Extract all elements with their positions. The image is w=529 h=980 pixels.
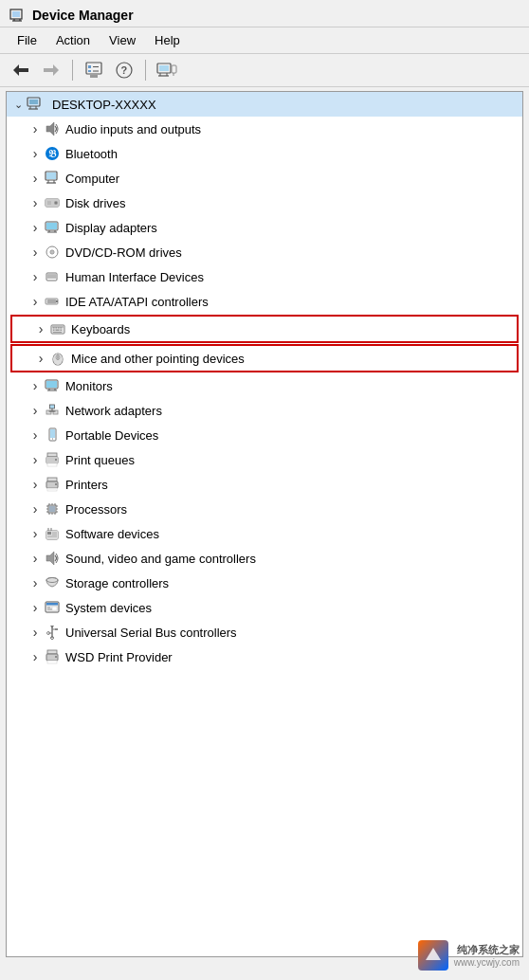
svg-marker-145	[426, 948, 441, 960]
tree-item-keyboards-wrapper: Keyboards	[10, 315, 519, 343]
keyboards-expand[interactable]	[33, 321, 48, 336]
tree-item-display[interactable]: Display adapters	[7, 215, 522, 240]
tree-item-wsd[interactable]: WSD Print Provider	[7, 644, 522, 669]
svg-rect-8	[44, 68, 54, 72]
tree-view[interactable]: DESKTOP-XXXXX Audio inputs and outputs 𝔅…	[6, 91, 523, 957]
svg-rect-143	[47, 661, 57, 663]
ide-expand[interactable]	[27, 294, 43, 309]
svg-rect-91	[50, 429, 55, 438]
root-expand-arrow[interactable]	[10, 97, 26, 112]
computer-label: Computer	[65, 172, 522, 186]
bluetooth-expand[interactable]	[27, 146, 43, 161]
forward-button[interactable]	[38, 58, 64, 82]
dvd-expand[interactable]	[27, 245, 43, 260]
display-icon	[156, 63, 177, 78]
svg-rect-33	[46, 172, 56, 179]
processors-expand[interactable]	[27, 501, 43, 517]
software-label: Software devices	[65, 527, 522, 541]
svg-rect-68	[61, 327, 63, 329]
svg-point-78	[57, 356, 59, 358]
svg-rect-80	[46, 381, 57, 388]
tree-item-dvd[interactable]: DVD/CD-ROM drives	[7, 240, 522, 264]
svg-rect-86	[50, 405, 55, 408]
tree-item-system[interactable]: System devices	[7, 595, 522, 620]
wsd-expand[interactable]	[27, 649, 43, 664]
tree-item-bluetooth[interactable]: 𝔅 Bluetooth	[7, 141, 522, 166]
disk-label: Disk drives	[65, 196, 522, 210]
tree-item-printq[interactable]: Print queues	[7, 447, 522, 472]
tree-item-sound[interactable]: Sound, video and game controllers	[7, 546, 522, 571]
menu-action[interactable]: Action	[46, 29, 100, 51]
tree-item-hid[interactable]: Human Interface Devices	[7, 264, 522, 289]
device-manager-icon	[9, 8, 25, 23]
svg-rect-96	[47, 463, 57, 466]
storage-label: Storage controllers	[65, 576, 522, 590]
monitors-label: Monitors	[65, 379, 522, 393]
system-label: System devices	[65, 601, 522, 615]
bluetooth-label: Bluetooth	[65, 147, 522, 161]
menu-help[interactable]: Help	[145, 29, 190, 51]
processors-label: Processors	[65, 502, 522, 517]
tree-item-network[interactable]: Network adapters	[7, 398, 522, 423]
svg-rect-141	[47, 650, 57, 654]
svg-point-101	[55, 483, 57, 485]
tree-root[interactable]: DESKTOP-XXXXX	[7, 92, 522, 117]
printq-expand[interactable]	[27, 452, 43, 467]
tree-item-audio[interactable]: Audio inputs and outputs	[7, 117, 522, 141]
toolbar-sep-1	[72, 60, 73, 81]
tree-item-processors[interactable]: Processors	[7, 497, 522, 521]
tree-item-storage[interactable]: Storage controllers	[7, 571, 522, 595]
svg-point-50	[51, 251, 53, 253]
svg-rect-6	[18, 68, 28, 72]
svg-rect-72	[53, 332, 62, 333]
disk-expand[interactable]	[27, 195, 43, 210]
mice-expand[interactable]	[33, 351, 48, 366]
tree-item-printers[interactable]: Printers	[7, 472, 522, 497]
menu-file[interactable]: File	[8, 29, 46, 51]
watermark-url: www.ycwjy.com	[454, 957, 520, 968]
display-icon-item	[43, 218, 62, 237]
tree-item-computer[interactable]: Computer	[7, 166, 522, 191]
svg-rect-44	[46, 223, 57, 229]
svg-rect-130	[46, 603, 58, 606]
tree-item-software[interactable]: Software devices	[7, 521, 522, 546]
hid-expand[interactable]	[27, 269, 43, 284]
svg-rect-22	[172, 65, 176, 73]
printers-expand[interactable]	[27, 477, 43, 492]
audio-expand[interactable]	[27, 121, 43, 136]
help-button[interactable]: ?	[111, 58, 137, 82]
software-expand[interactable]	[27, 526, 43, 541]
tree-item-keyboards[interactable]: Keyboards	[12, 317, 517, 341]
sound-expand[interactable]	[27, 551, 43, 566]
display-expand[interactable]	[27, 220, 43, 235]
tree-item-mice[interactable]: Mice and other pointing devices	[12, 346, 517, 371]
storage-expand[interactable]	[27, 575, 43, 590]
properties-button[interactable]	[81, 58, 107, 82]
tree-item-monitors[interactable]: Monitors	[7, 373, 522, 398]
tree-item-usb[interactable]: Universal Serial Bus controllers	[7, 620, 522, 644]
app-icon	[9, 8, 25, 23]
network-expand[interactable]	[27, 403, 43, 418]
title-bar: Device Manager	[0, 0, 529, 27]
monitors-expand[interactable]	[27, 378, 43, 393]
properties-icon	[85, 62, 102, 79]
tree-item-ide[interactable]: IDE ATA/ATAPI controllers	[7, 289, 522, 314]
dvd-label: DVD/CD-ROM drives	[65, 245, 522, 260]
display-label: Display adapters	[65, 221, 522, 235]
svg-rect-10	[88, 65, 91, 68]
tree-item-disk[interactable]: Disk drives	[7, 191, 522, 215]
tree-item-portable[interactable]: Portable Devices	[7, 423, 522, 447]
system-expand[interactable]	[27, 600, 43, 615]
toolbar-sep-2	[145, 60, 146, 81]
network-icon	[43, 401, 62, 420]
dvd-icon	[43, 243, 62, 262]
svg-rect-71	[61, 330, 63, 332]
wsd-icon	[43, 647, 62, 666]
usb-expand[interactable]	[27, 625, 43, 640]
menu-view[interactable]: View	[100, 29, 145, 51]
computer-expand[interactable]	[27, 171, 43, 186]
portable-expand[interactable]	[27, 427, 43, 443]
svg-rect-100	[47, 488, 57, 491]
back-button[interactable]	[8, 58, 34, 82]
device-display-button[interactable]	[154, 58, 180, 82]
